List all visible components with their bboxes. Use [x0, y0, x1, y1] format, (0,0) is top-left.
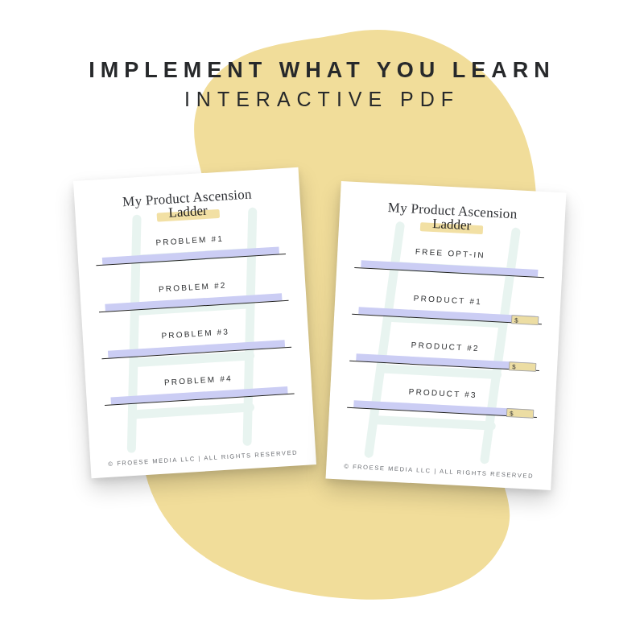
page-footer: © FROESE MEDIA LLC | ALL RIGHTS RESERVED	[326, 461, 551, 481]
headline-line1: IMPLEMENT WHAT YOU LEARN	[0, 58, 644, 83]
row-label: PROBLEM #1	[94, 225, 285, 250]
input-field[interactable]: $	[349, 353, 539, 374]
input-field[interactable]	[96, 246, 286, 269]
page-subtitle: Ladder	[168, 203, 208, 221]
headline-line2: INTERACTIVE PDF	[0, 88, 644, 111]
input-field[interactable]: $	[352, 307, 542, 328]
input-field[interactable]	[354, 260, 544, 281]
input-field[interactable]	[104, 386, 294, 409]
price-field[interactable]: $	[506, 408, 535, 419]
price-field[interactable]: $	[511, 315, 539, 325]
input-field[interactable]	[101, 340, 291, 362]
page-subtitle: Ladder	[432, 216, 472, 233]
page-footer: © FROESE MEDIA LLC | ALL RIGHTS RESERVED	[90, 448, 316, 469]
headline: IMPLEMENT WHAT YOU LEARN INTERACTIVE PDF	[0, 58, 644, 111]
worksheet-row: PRODUCT #3 $	[346, 379, 539, 436]
row-label: FREE OPT-IN	[355, 239, 546, 262]
worksheet-page-problems: My Product Ascension Ladder PROBLEM #1 P…	[73, 167, 316, 478]
input-field[interactable]: $	[347, 400, 537, 421]
input-field[interactable]	[98, 293, 288, 316]
worksheet-page-products: My Product Ascension Ladder FREE OPT-IN …	[326, 181, 567, 490]
price-field[interactable]: $	[509, 361, 537, 372]
